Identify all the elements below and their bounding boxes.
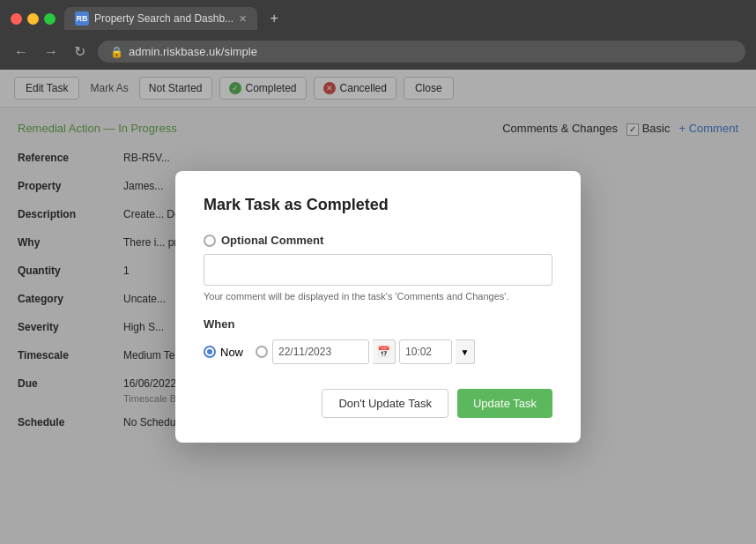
maximize-window-button[interactable] bbox=[44, 13, 56, 25]
now-option[interactable]: Now bbox=[204, 346, 243, 359]
tab-title: Property Search and Dashb... bbox=[94, 12, 233, 25]
time-dropdown-button[interactable]: ▼ bbox=[456, 339, 475, 364]
tab-bar: RB Property Search and Dashb... ✕ + bbox=[64, 7, 745, 30]
address-bar[interactable]: 🔒 admin.riskbase.uk/simple bbox=[98, 41, 745, 63]
date-input[interactable] bbox=[272, 339, 369, 364]
now-radio[interactable] bbox=[204, 346, 216, 358]
browser-chrome: RB Property Search and Dashb... ✕ + bbox=[0, 0, 756, 37]
back-button[interactable]: ← bbox=[11, 42, 32, 62]
modal-actions: Don't Update Task Update Task bbox=[204, 389, 552, 418]
browser-content: Edit Task Mark As Not Started ✓ Complete… bbox=[0, 70, 756, 544]
optional-comment-label: Optional Comment bbox=[221, 234, 323, 247]
when-label: When bbox=[204, 317, 552, 331]
browser-tab[interactable]: RB Property Search and Dashb... ✕ bbox=[64, 7, 257, 30]
date-input-group: 📅 ▼ bbox=[272, 339, 475, 364]
optional-comment-radio[interactable] bbox=[204, 235, 216, 247]
url-display: admin.riskbase.uk/simple bbox=[129, 45, 257, 58]
time-input[interactable] bbox=[399, 339, 452, 364]
update-task-button[interactable]: Update Task bbox=[457, 389, 552, 418]
modal-dialog: Mark Task as Completed Optional Comment … bbox=[175, 171, 581, 443]
calendar-icon[interactable]: 📅 bbox=[373, 339, 396, 364]
forward-button[interactable]: → bbox=[41, 42, 62, 62]
now-label: Now bbox=[220, 346, 243, 359]
when-row: Now 📅 ▼ bbox=[204, 339, 552, 364]
optional-comment-section: Optional Comment bbox=[204, 234, 552, 247]
custom-date-radio[interactable] bbox=[256, 346, 268, 358]
dont-update-button[interactable]: Don't Update Task bbox=[322, 389, 448, 418]
traffic-lights bbox=[11, 13, 56, 25]
custom-date-option[interactable]: 📅 ▼ bbox=[256, 339, 475, 364]
modal-overlay: Mark Task as Completed Optional Comment … bbox=[0, 70, 756, 544]
comment-input[interactable] bbox=[204, 254, 552, 286]
lock-icon: 🔒 bbox=[110, 46, 123, 58]
modal-title: Mark Task as Completed bbox=[204, 196, 552, 214]
refresh-button[interactable]: ↻ bbox=[70, 41, 89, 62]
minimize-window-button[interactable] bbox=[27, 13, 39, 25]
new-tab-button[interactable]: + bbox=[263, 7, 285, 30]
address-bar-row: ← → ↻ 🔒 admin.riskbase.uk/simple bbox=[0, 37, 756, 70]
comment-hint: Your comment will be displayed in the ta… bbox=[204, 291, 552, 302]
tab-favicon: RB bbox=[75, 11, 89, 26]
tab-close-button[interactable]: ✕ bbox=[239, 13, 247, 25]
close-window-button[interactable] bbox=[11, 13, 22, 25]
